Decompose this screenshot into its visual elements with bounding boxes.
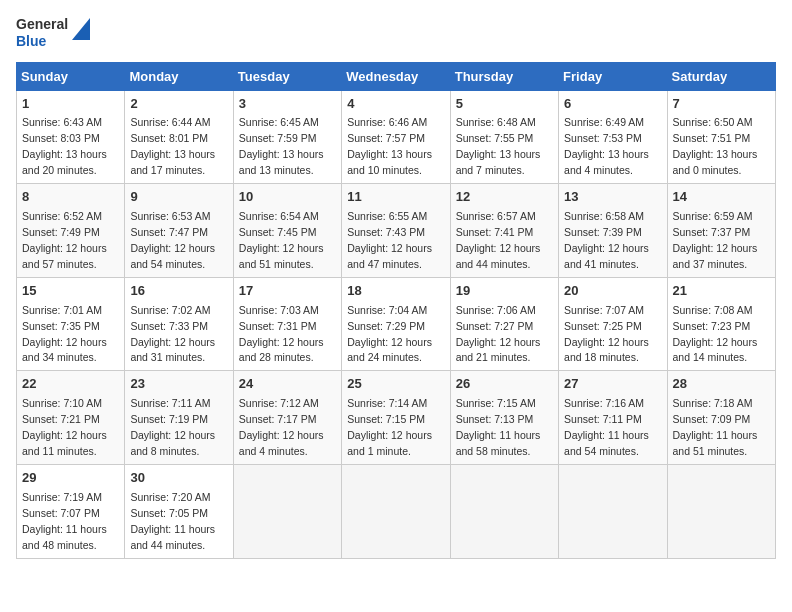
calendar-cell: 29 Sunrise: 7:19 AMSunset: 7:07 PMDaylig…	[17, 464, 125, 558]
day-number: 22	[22, 375, 119, 394]
day-number: 21	[673, 282, 770, 301]
day-info: Sunrise: 7:11 AMSunset: 7:19 PMDaylight:…	[130, 397, 215, 457]
day-info: Sunrise: 7:03 AMSunset: 7:31 PMDaylight:…	[239, 304, 324, 364]
day-number: 8	[22, 188, 119, 207]
calendar-cell: 28 Sunrise: 7:18 AMSunset: 7:09 PMDaylig…	[667, 371, 775, 465]
calendar-cell: 8 Sunrise: 6:52 AMSunset: 7:49 PMDayligh…	[17, 184, 125, 278]
weekday-header-thursday: Thursday	[450, 62, 558, 90]
calendar-week-5: 29 Sunrise: 7:19 AMSunset: 7:07 PMDaylig…	[17, 464, 776, 558]
weekday-header-sunday: Sunday	[17, 62, 125, 90]
day-number: 6	[564, 95, 661, 114]
day-number: 3	[239, 95, 336, 114]
calendar-cell: 14 Sunrise: 6:59 AMSunset: 7:37 PMDaylig…	[667, 184, 775, 278]
weekday-header-saturday: Saturday	[667, 62, 775, 90]
weekday-header-monday: Monday	[125, 62, 233, 90]
day-number: 13	[564, 188, 661, 207]
day-number: 2	[130, 95, 227, 114]
day-info: Sunrise: 7:15 AMSunset: 7:13 PMDaylight:…	[456, 397, 541, 457]
day-info: Sunrise: 7:16 AMSunset: 7:11 PMDaylight:…	[564, 397, 649, 457]
day-info: Sunrise: 7:18 AMSunset: 7:09 PMDaylight:…	[673, 397, 758, 457]
calendar-cell: 2 Sunrise: 6:44 AMSunset: 8:01 PMDayligh…	[125, 90, 233, 184]
calendar-cell: 1 Sunrise: 6:43 AMSunset: 8:03 PMDayligh…	[17, 90, 125, 184]
logo-icon	[72, 18, 90, 40]
day-info: Sunrise: 6:58 AMSunset: 7:39 PMDaylight:…	[564, 210, 649, 270]
day-info: Sunrise: 6:59 AMSunset: 7:37 PMDaylight:…	[673, 210, 758, 270]
day-info: Sunrise: 6:49 AMSunset: 7:53 PMDaylight:…	[564, 116, 649, 176]
day-info: Sunrise: 7:07 AMSunset: 7:25 PMDaylight:…	[564, 304, 649, 364]
logo: General Blue	[16, 16, 90, 50]
day-info: Sunrise: 6:53 AMSunset: 7:47 PMDaylight:…	[130, 210, 215, 270]
weekday-header-friday: Friday	[559, 62, 667, 90]
day-number: 23	[130, 375, 227, 394]
calendar-cell: 20 Sunrise: 7:07 AMSunset: 7:25 PMDaylig…	[559, 277, 667, 371]
calendar-cell: 15 Sunrise: 7:01 AMSunset: 7:35 PMDaylig…	[17, 277, 125, 371]
calendar-cell	[559, 464, 667, 558]
calendar-cell: 27 Sunrise: 7:16 AMSunset: 7:11 PMDaylig…	[559, 371, 667, 465]
calendar-cell	[450, 464, 558, 558]
calendar-week-1: 1 Sunrise: 6:43 AMSunset: 8:03 PMDayligh…	[17, 90, 776, 184]
calendar-week-3: 15 Sunrise: 7:01 AMSunset: 7:35 PMDaylig…	[17, 277, 776, 371]
day-number: 15	[22, 282, 119, 301]
day-number: 18	[347, 282, 444, 301]
calendar-cell: 10 Sunrise: 6:54 AMSunset: 7:45 PMDaylig…	[233, 184, 341, 278]
day-number: 24	[239, 375, 336, 394]
svg-marker-0	[72, 18, 90, 40]
calendar-cell: 6 Sunrise: 6:49 AMSunset: 7:53 PMDayligh…	[559, 90, 667, 184]
calendar-week-2: 8 Sunrise: 6:52 AMSunset: 7:49 PMDayligh…	[17, 184, 776, 278]
day-info: Sunrise: 6:48 AMSunset: 7:55 PMDaylight:…	[456, 116, 541, 176]
day-number: 16	[130, 282, 227, 301]
day-number: 4	[347, 95, 444, 114]
day-number: 19	[456, 282, 553, 301]
calendar-cell: 22 Sunrise: 7:10 AMSunset: 7:21 PMDaylig…	[17, 371, 125, 465]
calendar-cell: 21 Sunrise: 7:08 AMSunset: 7:23 PMDaylig…	[667, 277, 775, 371]
day-number: 9	[130, 188, 227, 207]
day-info: Sunrise: 7:02 AMSunset: 7:33 PMDaylight:…	[130, 304, 215, 364]
day-number: 30	[130, 469, 227, 488]
day-number: 25	[347, 375, 444, 394]
day-number: 12	[456, 188, 553, 207]
calendar-cell: 9 Sunrise: 6:53 AMSunset: 7:47 PMDayligh…	[125, 184, 233, 278]
calendar-cell: 4 Sunrise: 6:46 AMSunset: 7:57 PMDayligh…	[342, 90, 450, 184]
day-info: Sunrise: 6:52 AMSunset: 7:49 PMDaylight:…	[22, 210, 107, 270]
day-info: Sunrise: 7:10 AMSunset: 7:21 PMDaylight:…	[22, 397, 107, 457]
calendar-table: SundayMondayTuesdayWednesdayThursdayFrid…	[16, 62, 776, 559]
day-info: Sunrise: 7:06 AMSunset: 7:27 PMDaylight:…	[456, 304, 541, 364]
day-info: Sunrise: 7:14 AMSunset: 7:15 PMDaylight:…	[347, 397, 432, 457]
day-info: Sunrise: 6:55 AMSunset: 7:43 PMDaylight:…	[347, 210, 432, 270]
calendar-cell	[233, 464, 341, 558]
day-info: Sunrise: 7:08 AMSunset: 7:23 PMDaylight:…	[673, 304, 758, 364]
day-info: Sunrise: 6:44 AMSunset: 8:01 PMDaylight:…	[130, 116, 215, 176]
day-info: Sunrise: 7:19 AMSunset: 7:07 PMDaylight:…	[22, 491, 107, 551]
calendar-cell: 30 Sunrise: 7:20 AMSunset: 7:05 PMDaylig…	[125, 464, 233, 558]
day-number: 7	[673, 95, 770, 114]
day-number: 10	[239, 188, 336, 207]
day-number: 27	[564, 375, 661, 394]
day-number: 28	[673, 375, 770, 394]
day-number: 26	[456, 375, 553, 394]
day-info: Sunrise: 6:45 AMSunset: 7:59 PMDaylight:…	[239, 116, 324, 176]
calendar-cell	[342, 464, 450, 558]
calendar-cell: 23 Sunrise: 7:11 AMSunset: 7:19 PMDaylig…	[125, 371, 233, 465]
weekday-header-tuesday: Tuesday	[233, 62, 341, 90]
calendar-header-row: SundayMondayTuesdayWednesdayThursdayFrid…	[17, 62, 776, 90]
calendar-cell: 25 Sunrise: 7:14 AMSunset: 7:15 PMDaylig…	[342, 371, 450, 465]
day-info: Sunrise: 6:50 AMSunset: 7:51 PMDaylight:…	[673, 116, 758, 176]
calendar-cell: 5 Sunrise: 6:48 AMSunset: 7:55 PMDayligh…	[450, 90, 558, 184]
calendar-cell: 13 Sunrise: 6:58 AMSunset: 7:39 PMDaylig…	[559, 184, 667, 278]
calendar-cell: 18 Sunrise: 7:04 AMSunset: 7:29 PMDaylig…	[342, 277, 450, 371]
logo-text: General Blue	[16, 16, 68, 50]
day-number: 17	[239, 282, 336, 301]
day-number: 5	[456, 95, 553, 114]
day-number: 11	[347, 188, 444, 207]
calendar-cell: 24 Sunrise: 7:12 AMSunset: 7:17 PMDaylig…	[233, 371, 341, 465]
day-info: Sunrise: 7:04 AMSunset: 7:29 PMDaylight:…	[347, 304, 432, 364]
logo-blue: Blue	[16, 33, 68, 50]
day-info: Sunrise: 6:54 AMSunset: 7:45 PMDaylight:…	[239, 210, 324, 270]
weekday-header-wednesday: Wednesday	[342, 62, 450, 90]
calendar-cell: 16 Sunrise: 7:02 AMSunset: 7:33 PMDaylig…	[125, 277, 233, 371]
day-info: Sunrise: 7:20 AMSunset: 7:05 PMDaylight:…	[130, 491, 215, 551]
calendar-cell: 7 Sunrise: 6:50 AMSunset: 7:51 PMDayligh…	[667, 90, 775, 184]
calendar-cell: 12 Sunrise: 6:57 AMSunset: 7:41 PMDaylig…	[450, 184, 558, 278]
day-number: 1	[22, 95, 119, 114]
day-info: Sunrise: 6:57 AMSunset: 7:41 PMDaylight:…	[456, 210, 541, 270]
